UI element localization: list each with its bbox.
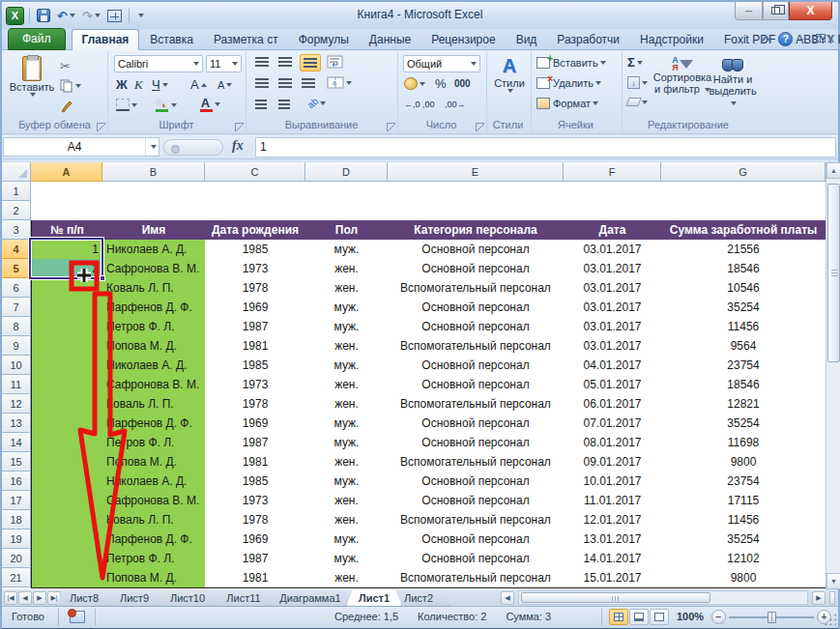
cell-A19[interactable] bbox=[31, 529, 103, 550]
cell-F5[interactable]: 03.01.2017 bbox=[564, 259, 662, 279]
prev-sheet-button[interactable]: ◀ bbox=[18, 591, 32, 605]
cell-E6[interactable]: Вспомогательный персонал bbox=[388, 278, 565, 299]
merge-center-button[interactable]: a bbox=[327, 76, 352, 89]
cut-button[interactable]: ✂ bbox=[60, 56, 81, 75]
cell-B13[interactable]: Парфенов Д. Ф. bbox=[102, 414, 206, 434]
cell-E10[interactable]: Основной персонал bbox=[388, 356, 565, 376]
column-header-F[interactable]: F bbox=[564, 162, 661, 182]
decrease-decimal-button[interactable]: ,00→ bbox=[445, 100, 466, 109]
cell-F21[interactable]: 15.01.2017 bbox=[564, 568, 662, 588]
fill-color-button[interactable] bbox=[154, 97, 177, 113]
row-header-6[interactable]: 6 bbox=[2, 278, 31, 298]
cell-G7[interactable]: 35254 bbox=[661, 298, 826, 318]
cell-B1[interactable] bbox=[102, 182, 206, 202]
autosum-button[interactable]: Σ bbox=[627, 55, 643, 70]
normal-view-button[interactable] bbox=[609, 609, 628, 625]
sheet-tab-Лист11[interactable]: Лист11 bbox=[213, 589, 275, 607]
cell-G11[interactable]: 18546 bbox=[661, 375, 826, 395]
cell-G4[interactable]: 21556 bbox=[661, 240, 826, 260]
cell-E9[interactable]: Вспомогательный персонал bbox=[388, 336, 565, 357]
cell-C16[interactable]: 1985 bbox=[205, 472, 306, 492]
format-cells-button[interactable]: Формат bbox=[536, 98, 598, 109]
cell-A8[interactable] bbox=[31, 317, 103, 337]
cell-F12[interactable]: 06.01.2017 bbox=[564, 394, 662, 415]
row-header-11[interactable]: 11 bbox=[2, 375, 31, 394]
cell-A7[interactable] bbox=[31, 298, 103, 318]
row-header-10[interactable]: 10 bbox=[2, 356, 31, 375]
column-header-A[interactable]: A bbox=[31, 162, 102, 182]
tab-Разметка ст[interactable]: Разметка ст bbox=[204, 30, 288, 50]
cell-D8[interactable]: муж. bbox=[305, 317, 389, 337]
cell-E21[interactable]: Вспомогательный персонал bbox=[388, 568, 565, 588]
cell-C1[interactable] bbox=[205, 182, 306, 202]
sheet-tab-Лист2[interactable]: Лист2 bbox=[396, 589, 441, 607]
row-header-9[interactable]: 9 bbox=[2, 336, 31, 356]
cell-A17[interactable] bbox=[31, 491, 103, 511]
cell-G20[interactable]: 12102 bbox=[661, 549, 826, 569]
cell-F4[interactable]: 03.01.2017 bbox=[564, 240, 662, 260]
cell-B8[interactable]: Петров Ф. Л. bbox=[102, 317, 206, 337]
cell-C6[interactable]: 1978 bbox=[205, 278, 306, 299]
tab-Формулы[interactable]: Формулы bbox=[289, 30, 359, 50]
row-header-14[interactable]: 14 bbox=[2, 433, 31, 452]
cell-G1[interactable] bbox=[661, 182, 826, 202]
cell-B2[interactable] bbox=[102, 201, 206, 221]
cell-C8[interactable]: 1987 bbox=[205, 317, 306, 337]
cell-F9[interactable]: 03.01.2017 bbox=[564, 336, 662, 357]
cell-F3[interactable]: Дата bbox=[564, 220, 662, 241]
tab-split-handle[interactable] bbox=[829, 591, 835, 605]
wrap-text-button[interactable] bbox=[327, 55, 344, 69]
workbook-close-icon[interactable]: X bbox=[827, 34, 834, 44]
row-header-17[interactable]: 17 bbox=[2, 491, 31, 510]
cell-G10[interactable]: 23754 bbox=[661, 356, 826, 376]
cell-E7[interactable]: Основной персонал bbox=[388, 298, 565, 318]
font-color-button[interactable]: А bbox=[198, 96, 220, 113]
cell-C3[interactable]: Дата рождения bbox=[205, 220, 306, 241]
cell-D1[interactable] bbox=[305, 182, 389, 202]
cell-C7[interactable]: 1969 bbox=[205, 298, 306, 318]
cell-B7[interactable]: Парфенов Д. Ф. bbox=[102, 298, 206, 318]
cell-E20[interactable]: Основной персонал bbox=[388, 549, 565, 569]
row-header-12[interactable]: 12 bbox=[2, 394, 31, 414]
cell-A4[interactable]: 1 bbox=[31, 240, 103, 260]
cell-F15[interactable]: 09.01.2017 bbox=[564, 452, 662, 472]
insert-function-button[interactable]: fx bbox=[232, 138, 244, 154]
cell-D21[interactable]: жен. bbox=[305, 568, 389, 588]
cell-A9[interactable] bbox=[31, 336, 103, 357]
format-painter-button[interactable] bbox=[60, 97, 81, 116]
cell-F1[interactable] bbox=[564, 182, 662, 202]
font-name-combo[interactable]: Calibri bbox=[114, 55, 203, 72]
cell-G19[interactable]: 35254 bbox=[661, 529, 826, 550]
sheet-tab-Лист9[interactable]: Лист9 bbox=[106, 589, 162, 607]
cell-C4[interactable]: 1985 bbox=[205, 240, 306, 260]
cell-C2[interactable] bbox=[205, 201, 306, 221]
paste-button[interactable]: Вставить bbox=[10, 54, 54, 114]
bold-button[interactable]: Ж bbox=[116, 77, 128, 92]
align-bottom-button[interactable] bbox=[300, 54, 321, 71]
name-box[interactable]: A4 bbox=[3, 137, 159, 157]
cell-A10[interactable] bbox=[31, 356, 103, 376]
row-header-2[interactable]: 2 bbox=[2, 201, 31, 220]
cell-B21[interactable]: Попова М. Д. bbox=[102, 568, 206, 588]
cell-E19[interactable]: Основной персонал bbox=[388, 529, 565, 550]
cell-D18[interactable]: жен. bbox=[305, 510, 389, 530]
dialog-launcher-icon[interactable] bbox=[235, 123, 244, 131]
cell-G15[interactable]: 9800 bbox=[661, 452, 826, 472]
cell-B3[interactable]: Имя bbox=[102, 220, 206, 241]
cell-B9[interactable]: Попова М. Д. bbox=[102, 336, 206, 357]
align-top-button[interactable] bbox=[255, 57, 269, 67]
cell-D12[interactable]: жен. bbox=[305, 394, 389, 415]
cell-A5[interactable]: 2 bbox=[31, 259, 103, 279]
cell-C20[interactable]: 1987 bbox=[205, 549, 306, 569]
next-sheet-button[interactable]: ▶ bbox=[33, 591, 46, 605]
cell-G18[interactable]: 11456 bbox=[661, 510, 826, 530]
cell-B4[interactable]: Николаев А. Д. bbox=[102, 240, 206, 260]
zoom-track[interactable] bbox=[729, 610, 814, 624]
cell-B12[interactable]: Коваль Л. П. bbox=[102, 394, 206, 415]
row-header-8[interactable]: 8 bbox=[2, 317, 31, 336]
insert-cells-button[interactable]: Вставить bbox=[536, 57, 606, 69]
cell-A6[interactable] bbox=[31, 278, 103, 299]
cell-C10[interactable]: 1985 bbox=[205, 356, 306, 376]
cell-A11[interactable] bbox=[31, 375, 103, 395]
select-all-corner[interactable] bbox=[2, 162, 31, 182]
